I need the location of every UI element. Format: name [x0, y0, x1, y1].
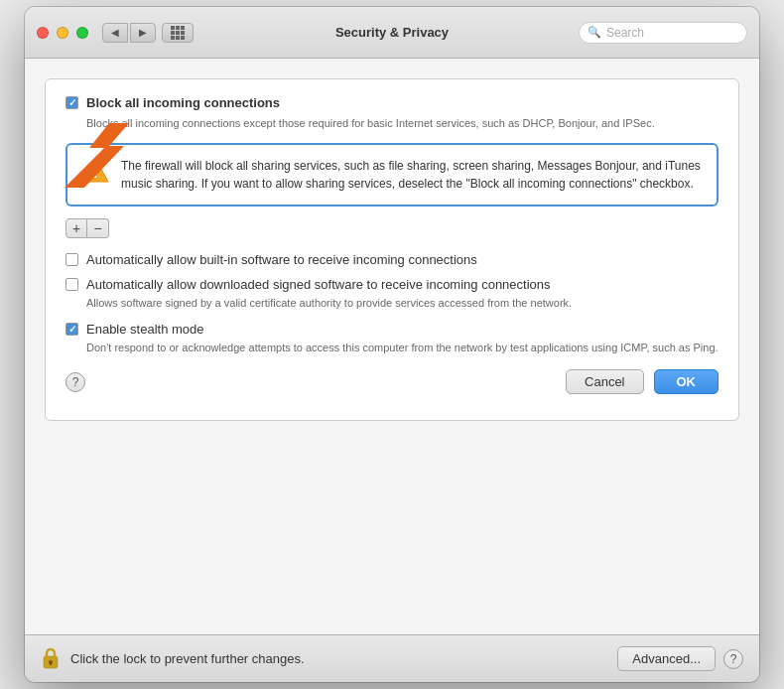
lock-icon[interactable] — [41, 645, 61, 672]
lock-text: Click the lock to prevent further change… — [70, 651, 617, 666]
svg-rect-2 — [181, 26, 185, 30]
svg-rect-0 — [171, 26, 175, 30]
svg-rect-3 — [171, 31, 175, 35]
action-row: ? Cancel OK — [65, 369, 719, 404]
svg-rect-7 — [176, 36, 180, 40]
help-button[interactable]: ? — [723, 649, 743, 669]
block-incoming-checkbox[interactable] — [65, 96, 78, 109]
ok-button[interactable]: OK — [654, 369, 719, 394]
close-button[interactable] — [37, 27, 49, 39]
auto-builtin-checkbox[interactable] — [65, 253, 78, 266]
maximize-button[interactable] — [76, 27, 88, 39]
svg-rect-6 — [171, 36, 175, 40]
stealth-mode-row: Enable stealth mode — [65, 322, 719, 337]
traffic-lights — [37, 27, 88, 39]
auto-builtin-label: Automatically allow built-in software to… — [86, 252, 477, 267]
cancel-button[interactable]: Cancel — [566, 369, 643, 394]
arrow-annotation — [55, 118, 134, 201]
stealth-mode-checkbox[interactable] — [65, 323, 78, 336]
block-incoming-row: Block all incoming connections — [65, 95, 719, 110]
minimize-button[interactable] — [57, 27, 68, 39]
window-title: Security & Privacy — [335, 25, 449, 40]
stealth-mode-desc: Don't respond to or acknowledge attempts… — [86, 341, 719, 355]
back-button[interactable]: ◀ — [102, 23, 128, 43]
remove-button[interactable]: − — [87, 218, 109, 238]
warning-box: ! The firewall will block all sharing se… — [65, 143, 719, 207]
forward-button[interactable]: ▶ — [130, 23, 156, 43]
stealth-mode-label: Enable stealth mode — [86, 322, 204, 337]
auto-downloaded-desc: Allows software signed by a valid certif… — [86, 296, 719, 311]
nav-buttons: ◀ ▶ — [102, 23, 156, 43]
titlebar: ◀ ▶ Security & Privacy 🔍 Search — [25, 7, 759, 59]
content-area: SH.COM Block all incoming connections Bl… — [25, 59, 759, 634]
warning-text: The firewall will block all sharing serv… — [121, 157, 703, 193]
svg-rect-8 — [181, 36, 185, 40]
search-icon: 🔍 — [588, 26, 601, 39]
block-incoming-desc: Blocks all incoming connections except t… — [86, 116, 719, 131]
auto-downloaded-row: Automatically allow downloaded signed so… — [65, 277, 719, 292]
svg-rect-5 — [181, 31, 185, 35]
advanced-button[interactable]: Advanced... — [617, 646, 716, 671]
auto-downloaded-label: Automatically allow downloaded signed so… — [86, 277, 551, 292]
main-window: ◀ ▶ Security & Privacy 🔍 Search SH.COM — [25, 7, 759, 682]
search-placeholder: Search — [606, 26, 644, 40]
auto-downloaded-checkbox[interactable] — [65, 278, 78, 291]
svg-rect-4 — [176, 31, 180, 35]
block-incoming-label: Block all incoming connections — [86, 95, 280, 110]
add-button[interactable]: + — [65, 218, 87, 238]
firewall-panel: Block all incoming connections Blocks al… — [45, 78, 739, 421]
bottombar: Click the lock to prevent further change… — [25, 634, 759, 682]
help-button-small[interactable]: ? — [65, 372, 85, 392]
svg-rect-1 — [176, 26, 180, 30]
auto-builtin-row: Automatically allow built-in software to… — [65, 252, 719, 267]
svg-marker-10 — [65, 123, 129, 188]
grid-button[interactable] — [162, 23, 194, 43]
add-remove-controls: + − — [65, 218, 719, 238]
search-box[interactable]: 🔍 Search — [579, 22, 747, 44]
svg-rect-15 — [50, 662, 52, 665]
